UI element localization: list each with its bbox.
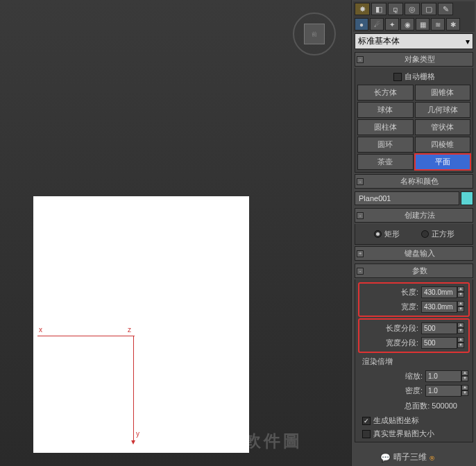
spacewarps-icon[interactable]: ≋	[431, 18, 445, 31]
helpers-icon[interactable]: ▦	[416, 18, 430, 31]
scale-label: 缩放:	[359, 371, 423, 381]
wsegs-input[interactable]	[421, 337, 457, 349]
hierarchy-tab-icon[interactable]: ⚼	[388, 3, 403, 15]
create-method-body: 矩形 正方形	[355, 224, 473, 245]
wsegs-label: 宽度分段:	[364, 338, 418, 348]
viewcube[interactable]: 前	[293, 12, 336, 55]
width-input[interactable]	[421, 301, 457, 313]
axis-x-line	[37, 336, 135, 336]
axis-y-arrow	[131, 440, 135, 445]
geometry-icon[interactable]: ●	[355, 18, 368, 31]
square-label: 正方形	[432, 229, 454, 239]
name-color-header[interactable]: - 名称和颜色	[355, 174, 473, 189]
box-button[interactable]: 长方体	[357, 85, 414, 101]
main-tabs: ✸ ◧ ⚼ ◎ ▢ ✎	[353, 1, 475, 17]
spinner-up-icon[interactable]: ▲	[457, 322, 464, 328]
rect-label: 矩形	[384, 229, 400, 239]
cylinder-button[interactable]: 圆柱体	[357, 119, 414, 135]
length-label: 长度:	[364, 287, 418, 297]
dimensions-highlight: 长度: ▲▼ 宽度: ▲▼	[358, 282, 470, 317]
genmap-label: 生成贴图坐标	[373, 415, 419, 426]
modify-tab-icon[interactable]: ◧	[371, 3, 386, 15]
lsegs-input[interactable]	[421, 322, 457, 334]
params-header[interactable]: - 参数	[355, 264, 473, 278]
systems-icon[interactable]: ✱	[446, 18, 460, 31]
spinner-down-icon[interactable]: ▼	[461, 390, 468, 396]
spinner-down-icon[interactable]: ▼	[457, 343, 464, 348]
display-tab-icon[interactable]: ▢	[421, 3, 436, 15]
spinner-up-icon[interactable]: ▲	[461, 385, 468, 390]
geosphere-button[interactable]: 几何球体	[415, 102, 471, 118]
spinner-down-icon[interactable]: ▼	[457, 328, 464, 334]
spinner-up-icon[interactable]: ▲	[461, 370, 468, 376]
params-title: 参数	[368, 266, 471, 276]
pyramid-button[interactable]: 四棱锥	[415, 137, 471, 153]
create-tab-icon[interactable]: ✸	[355, 3, 370, 15]
spinner-up-icon[interactable]: ▲	[457, 286, 464, 292]
tube-button[interactable]: 管状体	[415, 119, 471, 135]
spinner-up-icon[interactable]: ▲	[457, 301, 464, 307]
axis-y-line	[133, 336, 134, 443]
axis-x-label: x	[39, 326, 42, 334]
lights-icon[interactable]: ✦	[385, 18, 399, 31]
radio-dot-icon	[374, 230, 382, 238]
total-faces-value: 500000	[432, 402, 457, 410]
cone-button[interactable]: 圆锥体	[415, 85, 471, 101]
autogrid-checkbox[interactable]	[393, 73, 402, 81]
keyboard-title: 键盘输入	[368, 248, 471, 259]
segments-highlight: 长度分段: ▲▼ 宽度分段: ▲▼	[358, 318, 470, 353]
chevron-down-icon: ▾	[466, 37, 470, 46]
total-faces-label: 总面数:	[405, 402, 430, 410]
create-method-title: 创建方法	[368, 210, 471, 221]
genmap-checkbox[interactable]	[362, 417, 371, 425]
density-label: 密度:	[359, 386, 423, 396]
radio-dot-icon	[421, 230, 429, 238]
expand-icon[interactable]: +	[357, 250, 364, 257]
square-radio[interactable]: 正方形	[421, 229, 454, 239]
params-body: 长度: ▲▼ 宽度: ▲▼ 长度分段: ▲▼	[355, 279, 473, 442]
length-input[interactable]	[421, 286, 457, 298]
teapot-button[interactable]: 茶壶	[357, 154, 414, 170]
motion-tab-icon[interactable]: ◎	[405, 3, 420, 15]
render-mult-label: 渲染倍增	[357, 354, 471, 369]
name-color-title: 名称和颜色	[368, 176, 471, 187]
lsegs-label: 长度分段:	[364, 323, 418, 334]
spinner-down-icon[interactable]: ▼	[457, 307, 464, 312]
category-label: 标准基本体	[358, 35, 400, 47]
rect-radio[interactable]: 矩形	[374, 229, 400, 239]
sub-tabs: ● ☄ ✦ ◉ ▦ ≋ ✱	[353, 17, 475, 32]
command-panel: ✸ ◧ ⚼ ◎ ▢ ✎ ● ☄ ✦ ◉ ▦ ≋ ✱ 标准基本体 ▾ - 对象类型…	[351, 0, 476, 466]
spinner-up-icon[interactable]: ▲	[457, 337, 464, 343]
sphere-button[interactable]: 球体	[357, 102, 414, 118]
axis-y-label: y	[136, 430, 139, 438]
keyboard-header[interactable]: + 键盘输入	[355, 246, 473, 261]
collapse-icon[interactable]: -	[357, 56, 364, 63]
collapse-icon[interactable]: -	[357, 268, 364, 275]
canvas-plane[interactable]	[33, 196, 249, 453]
spinner-down-icon[interactable]: ▼	[457, 292, 464, 297]
realworld-checkbox[interactable]	[362, 430, 371, 438]
collapse-icon[interactable]: -	[357, 212, 364, 219]
create-method-header[interactable]: - 创建方法	[355, 208, 473, 223]
cameras-icon[interactable]: ◉	[400, 18, 414, 31]
axis-z-label: z	[128, 326, 131, 334]
viewport[interactable]: 前 x z y	[0, 0, 351, 466]
autogrid-label: 自动栅格	[405, 71, 435, 82]
shapes-icon[interactable]: ☄	[370, 18, 384, 31]
spinner-down-icon[interactable]: ▼	[461, 376, 468, 381]
viewcube-face[interactable]: 前	[304, 24, 325, 44]
torus-button[interactable]: 圆环	[357, 137, 414, 153]
object-type-title: 对象类型	[368, 54, 471, 64]
utilities-tab-icon[interactable]: ✎	[438, 3, 453, 15]
object-name-input[interactable]	[355, 191, 459, 205]
scale-input[interactable]	[425, 370, 461, 382]
object-type-header[interactable]: - 对象类型	[355, 52, 473, 67]
category-dropdown[interactable]: 标准基本体 ▾	[355, 33, 473, 49]
object-type-body: 自动栅格 长方体 圆锥体 球体 几何球体 圆柱体 管状体 圆环 四棱锥 茶壶 平…	[355, 68, 473, 173]
density-input[interactable]	[425, 385, 461, 397]
object-color-swatch[interactable]	[461, 191, 473, 205]
width-label: 宽度:	[364, 302, 418, 312]
plane-button[interactable]: 平面	[415, 154, 471, 170]
realworld-label: 真实世界贴图大小	[373, 429, 434, 439]
collapse-icon[interactable]: -	[357, 178, 364, 185]
